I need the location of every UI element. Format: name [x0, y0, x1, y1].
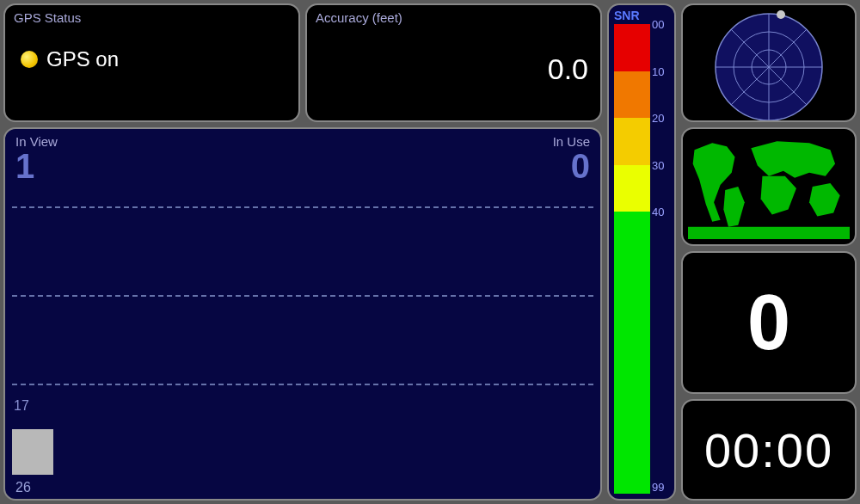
snr-scale-panel: SNR 00 10 20 30 40 99 [607, 3, 676, 501]
gps-status-text: GPS on [46, 47, 119, 71]
accuracy-title: Accuracy (feet) [307, 5, 600, 25]
counter-value: 0 [747, 279, 790, 367]
world-map-panel[interactable] [681, 127, 857, 246]
in-view-value: 1 [5, 149, 45, 183]
in-use-value: 0 [561, 149, 600, 183]
snr-title: SNR [609, 5, 674, 24]
counter-panel[interactable]: 0 [681, 251, 857, 394]
satellite-panel: In View In Use 1 0 17 26 [3, 127, 602, 501]
snr-scale: 00 10 20 30 40 99 [614, 24, 669, 494]
snr-tick: 10 [652, 65, 664, 77]
satellite-bar-chart: 17 [12, 206, 593, 475]
snr-tick: 00 [652, 18, 664, 31]
world-map-icon [688, 134, 850, 239]
gps-status-title: GPS Status [5, 5, 298, 25]
sky-plot-panel[interactable] [681, 3, 857, 122]
snr-tick: 30 [652, 158, 664, 171]
snr-tick: 99 [652, 481, 664, 494]
svg-point-7 [777, 10, 785, 19]
gps-on-indicator-icon [21, 51, 38, 68]
sat-bar-snr: 17 [14, 398, 29, 414]
timer-value: 00:00 [704, 422, 833, 478]
sky-plot-icon [704, 9, 833, 120]
sat-bar-id: 26 [5, 480, 31, 495]
timer-panel[interactable]: 00:00 [681, 399, 857, 501]
accuracy-value: 0.0 [548, 52, 588, 86]
accuracy-panel: Accuracy (feet) 0.0 [305, 3, 602, 122]
sat-bar [12, 429, 53, 475]
gps-status-panel: GPS Status GPS on [3, 3, 300, 122]
snr-tick: 20 [652, 112, 664, 125]
svg-rect-9 [688, 227, 850, 239]
snr-gradient-bar [614, 24, 650, 494]
snr-tick: 40 [652, 206, 664, 218]
